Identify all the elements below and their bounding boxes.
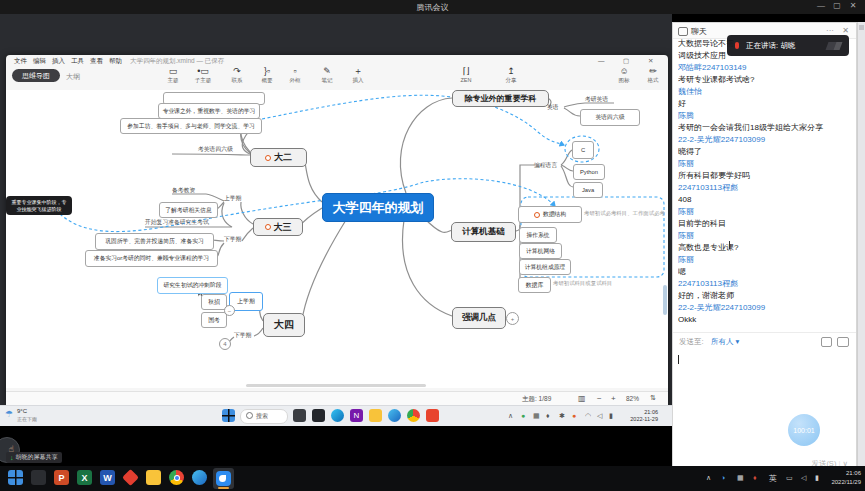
node-python[interactable]: Python [573,164,605,180]
node-java[interactable]: Java [573,182,603,198]
tray-settings-icon[interactable]: ✱ [559,412,565,420]
meeting-timer-ball[interactable]: 100:01 [788,414,820,446]
tray-volume-icon[interactable]: ◁ [801,474,806,482]
node-emphasize[interactable]: 强调几点 [452,307,506,329]
node-intern-or-kaoyan[interactable]: 准备实习or考研的同时、兼顾专业课程的学习 [85,250,218,267]
meeting-close-button[interactable]: ✕ [846,1,860,10]
tray-battery-icon[interactable]: ▮ [815,474,819,482]
search-box[interactable]: 搜索 [240,409,288,424]
node-national-exam[interactable]: 国考 [201,312,227,328]
tray-keyboard-icon[interactable]: ▦ [533,412,540,420]
audience-dropdown[interactable]: 所有人 ▾ [711,337,739,347]
collapsed-count-badge[interactable]: 4 [219,338,231,350]
start-button[interactable] [8,470,23,485]
meeting-app-active[interactable] [213,468,234,489]
zoom-in-button[interactable]: + [611,394,616,403]
node-da2[interactable]: 大二 [250,148,307,167]
app-icon-dark[interactable] [312,409,325,422]
share-banner[interactable]: ↓ 胡晓的屏幕共享 [6,452,62,463]
zoom-level[interactable]: 82% [626,395,639,402]
xmind-maximize-button[interactable]: ▢ [623,57,629,65]
node-da4-sem2[interactable]: 下学期 [234,331,251,340]
xmind-minimize-button[interactable]: — [598,57,605,64]
collapse-toggle[interactable]: + [506,312,519,325]
tray-volume-icon[interactable]: ◁ [597,412,602,420]
mindmap-canvas[interactable]: 大学四年的规划 大二 大三 大四 重要专业课集中阶段，专业技能突飞猛进阶段 专业… [6,90,668,388]
tray-green-icon[interactable]: ● [521,412,525,419]
tray-mic-icon[interactable]: ♦ [753,474,757,481]
node-other-subjects[interactable]: 除专业外的重要学科 [452,90,549,107]
chat-close-button[interactable]: ✕ [842,26,849,35]
word-icon[interactable]: W [100,470,115,485]
menu-view[interactable]: 查看 [90,57,103,66]
node-comp-org[interactable]: 计算机组成原理 [519,259,571,275]
tool-relationship[interactable]: ↷联系 [225,66,249,84]
menu-file[interactable]: 文件 [14,57,27,66]
menu-insert[interactable]: 插入 [52,57,65,66]
chrome-icon[interactable] [407,409,420,422]
tool-format[interactable]: ✏格式 [641,66,665,84]
panel-toggle-handle[interactable] [859,25,864,30]
zoom-stepper[interactable]: ⇅ [650,394,656,402]
tray-keyboard-icon[interactable]: ▦ [737,474,744,482]
node-autumn-recruit[interactable]: 秋招 [201,294,227,310]
edge-icon[interactable] [388,409,401,422]
canvas-horizontal-scrollbar[interactable] [246,384,426,387]
node-kaoyan-info[interactable]: 了解考研相关信息 [159,202,218,218]
tray-app-icon[interactable]: ◑ [721,474,725,481]
meeting-maximize-button[interactable]: ▢ [830,1,844,10]
screenshot-icon[interactable] [821,337,832,347]
node-data-structure[interactable]: 数据结构 [518,206,582,223]
start-button[interactable] [222,409,235,422]
node-teach-cert[interactable]: 备考教资 [172,186,195,195]
tab-mindmap[interactable]: 思维导图 [12,69,60,82]
overview-icon[interactable]: ▥ [578,394,586,403]
node-da3-sem1[interactable]: 上学期 [224,194,241,203]
chat-message-list[interactable]: 大数据导论不需 词级技术应用 邓皓畔2247103149 考研专业课都考试啥? … [678,38,852,326]
tab-outline[interactable]: 大纲 [66,72,80,82]
tool-boundary[interactable]: ▫外框 [283,66,307,84]
diamond-app-icon[interactable] [122,469,139,486]
node-database[interactable]: 数据库 [518,277,551,293]
excel-icon[interactable]: X [77,470,92,485]
node-central-topic[interactable]: 大学四年的规划 [322,193,434,222]
chat-input[interactable] [673,349,856,455]
tool-insert[interactable]: ＋插入 [346,66,370,84]
menu-edit[interactable]: 编辑 [33,57,46,66]
node-c[interactable]: C [572,141,594,159]
folder-icon[interactable] [369,409,382,422]
meeting-minimize-button[interactable]: — [814,1,828,10]
onenote-icon[interactable]: N [350,409,363,422]
tool-summary[interactable]: }▫概要 [255,66,279,84]
collapse-toggle[interactable]: − [224,305,235,316]
zoom-out-button[interactable]: − [597,394,602,403]
tool-subtopic[interactable]: •▭子主题 [191,66,215,84]
node-besides-major[interactable]: 专业课之外，重视数学、英语的学习 [158,103,260,119]
callout-note[interactable]: 重要专业课集中阶段，专业技能突飞猛进阶段 [6,196,72,215]
app-icon-dark[interactable] [31,470,46,485]
menu-tools[interactable]: 工具 [71,57,84,66]
tool-note[interactable]: ✎笔记 [315,66,339,84]
tool-share[interactable]: ↥分享 [499,66,523,84]
ime-indicator[interactable]: 英 [769,473,777,484]
node-resume[interactable]: 巩固所学、完善并投递简历、准备实习 [95,233,214,250]
tray-expand-icon[interactable]: ∧ [508,412,513,420]
image-icon[interactable] [837,337,849,347]
tool-zen[interactable]: ⌈⌋ZEN [454,66,478,84]
node-workshop[interactable]: 参加工坊、着手项目、多与老师、同学交流、学习 [120,118,262,134]
folder-icon[interactable] [146,470,161,485]
xmind-close-button[interactable]: ✕ [648,57,653,65]
node-network[interactable]: 计算机网络 [519,243,562,259]
chrome-icon[interactable] [169,470,184,485]
node-english[interactable]: 英语 [547,103,559,112]
tray-mic-icon[interactable]: ♦ [546,412,550,419]
tool-marker[interactable]: ☺图标 [612,66,636,84]
node-cet[interactable]: 英语四六级 [580,109,640,126]
node-da3-sem2[interactable]: 下学期 [224,235,241,244]
node-sprint-selected[interactable]: 研究生初试的冲刺阶段 [157,277,228,294]
menu-help[interactable]: 帮助 [109,57,122,66]
canvas-vertical-scrollbar[interactable] [663,285,667,315]
node-cs-basics[interactable]: 计算机基础 [451,222,516,242]
weather-icon[interactable]: ☂ [5,409,13,419]
edge-icon[interactable] [192,470,207,485]
